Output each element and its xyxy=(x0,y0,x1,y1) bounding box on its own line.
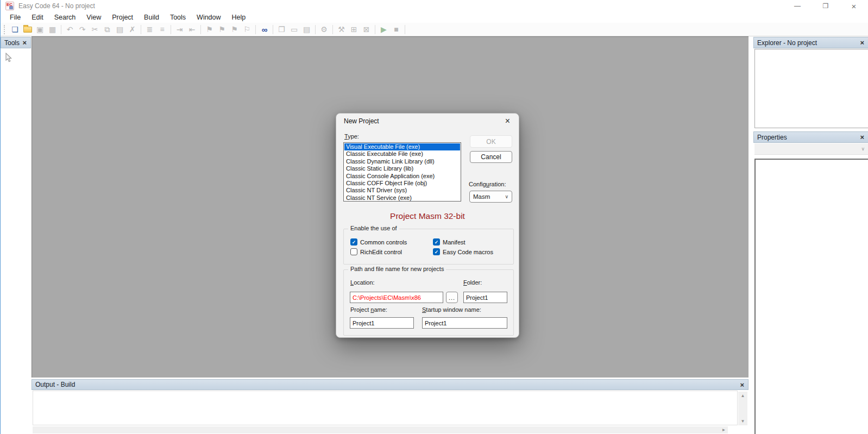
toolbar-grip[interactable] xyxy=(4,25,6,34)
new-window-icon[interactable]: ▭ xyxy=(288,24,300,35)
assemble-icon[interactable]: ⊞ xyxy=(348,24,360,35)
menubar: File Edit Search View Project Build Tool… xyxy=(1,12,868,23)
list-item[interactable]: Classic NT Service (exe) xyxy=(344,194,460,202)
ok-button[interactable]: OK xyxy=(470,135,512,148)
tools-close-icon[interactable]: × xyxy=(22,39,27,46)
bookmark-next-icon[interactable]: ⚑ xyxy=(216,24,228,35)
bookmark-clear-icon[interactable]: ⚐ xyxy=(241,24,253,35)
delete-icon[interactable]: ✗ xyxy=(126,24,139,35)
explorer-tree[interactable] xyxy=(754,49,868,128)
richedit-control-checkbox[interactable]: RichEdit control xyxy=(350,248,402,255)
menu-view[interactable]: View xyxy=(81,12,106,22)
restore-button[interactable]: ❐ xyxy=(812,0,840,12)
save-all-icon[interactable]: ▦ xyxy=(46,24,59,35)
save-icon[interactable]: ▣ xyxy=(34,24,46,35)
new-dialog-icon[interactable]: ❐ xyxy=(275,24,288,35)
output-horizontal-scrollbar[interactable]: ► xyxy=(33,426,728,433)
close-button[interactable]: × xyxy=(840,0,868,12)
checkbox-checked-icon: ✓ xyxy=(350,238,357,246)
list-item[interactable]: Classic NT Driver (sys) xyxy=(344,187,460,194)
bookmark-previous-icon[interactable]: ⚑ xyxy=(228,24,241,35)
output-log[interactable] xyxy=(33,391,738,425)
output-vertical-scrollbar[interactable]: ▲ ▼ xyxy=(738,392,747,425)
build-icon[interactable]: ⚒ xyxy=(335,24,348,35)
list-item[interactable]: Classic Dynamic Link Library (dll) xyxy=(344,158,460,165)
find-icon[interactable]: ∞ xyxy=(258,24,271,35)
browse-button[interactable]: ... xyxy=(446,292,458,303)
minimize-button[interactable]: — xyxy=(783,0,812,12)
menu-project[interactable]: Project xyxy=(106,12,139,22)
copy-icon[interactable]: ⧉ xyxy=(101,24,114,35)
output-panel-title: Output - Build xyxy=(35,381,739,388)
location-input[interactable] xyxy=(350,292,443,303)
folder-label: Folder: xyxy=(463,279,482,286)
comment-block-icon[interactable]: ≣ xyxy=(143,24,156,35)
properties-icon[interactable]: ⚙ xyxy=(318,24,330,35)
checkbox-unchecked-icon xyxy=(350,248,357,255)
new-file-icon[interactable]: ❏ xyxy=(9,24,21,35)
new-document-icon[interactable]: ▤ xyxy=(300,24,313,35)
properties-object-dropdown[interactable]: ∨ xyxy=(754,143,868,155)
dialog-title: New Project xyxy=(344,117,504,125)
chevron-down-icon: ∨ xyxy=(861,146,865,152)
configuration-dropdown[interactable]: Masm ∨ xyxy=(469,191,512,203)
list-item[interactable]: Classic COFF Object File (obj) xyxy=(344,180,460,187)
menu-build[interactable]: Build xyxy=(139,12,165,22)
checkbox-checked-icon: ✓ xyxy=(433,248,440,255)
cancel-button[interactable]: Cancel xyxy=(470,151,512,163)
scroll-down-icon[interactable]: ▼ xyxy=(738,417,747,425)
paste-icon[interactable]: ▤ xyxy=(114,24,126,35)
run-icon[interactable]: ▶ xyxy=(378,24,390,35)
menu-search[interactable]: Search xyxy=(49,12,81,22)
chevron-down-icon: ∨ xyxy=(505,194,508,199)
stop-icon[interactable]: ■ xyxy=(390,24,402,35)
startup-window-name-label: Startup window name: xyxy=(422,306,481,313)
folder-input[interactable] xyxy=(463,292,507,303)
explorer-panel-title: Explorer - No project xyxy=(757,39,859,47)
properties-close-icon[interactable]: × xyxy=(859,134,865,141)
menu-tools[interactable]: Tools xyxy=(165,12,191,22)
properties-grid[interactable] xyxy=(754,159,868,434)
startup-window-name-input[interactable] xyxy=(422,317,507,329)
cut-icon[interactable]: ✂ xyxy=(89,24,101,35)
uncomment-block-icon[interactable]: ≡ xyxy=(156,24,168,35)
dialog-close-icon[interactable]: × xyxy=(504,116,511,126)
list-item[interactable]: Visual Executable File (exe) xyxy=(344,143,460,150)
tools-panel: Tools × xyxy=(1,36,31,434)
menu-help[interactable]: Help xyxy=(227,12,251,22)
scroll-up-icon[interactable]: ▲ xyxy=(738,392,747,400)
explorer-close-icon[interactable]: × xyxy=(859,39,865,46)
link-icon[interactable]: ⊠ xyxy=(360,24,373,35)
window-title: Easy Code 64 - No project xyxy=(18,2,95,10)
cursor-tool-icon[interactable] xyxy=(4,53,14,62)
type-label: Type: xyxy=(344,133,359,140)
list-item[interactable]: Classic Executable File (exe) xyxy=(344,150,460,158)
menu-window[interactable]: Window xyxy=(191,12,226,22)
project-type-listbox: Visual Executable File (exe) Classic Exe… xyxy=(343,142,461,202)
indent-icon[interactable]: ⇥ xyxy=(173,24,186,35)
menu-edit[interactable]: Edit xyxy=(26,12,49,22)
list-item[interactable]: Classic Console Application (exe) xyxy=(344,173,460,180)
output-close-icon[interactable]: × xyxy=(739,381,745,388)
open-project-icon[interactable] xyxy=(21,24,34,35)
bookmark-toggle-icon[interactable]: ⚑ xyxy=(203,24,216,35)
undo-icon[interactable]: ↶ xyxy=(64,24,76,35)
path-group-title: Path and file name for new projects xyxy=(348,266,446,272)
properties-panel-title: Properties xyxy=(757,134,859,141)
checkbox-checked-icon: ✓ xyxy=(433,238,440,246)
project-banner: Project Masm 32-bit xyxy=(336,211,519,221)
project-name-input[interactable] xyxy=(350,317,414,329)
menu-file[interactable]: File xyxy=(4,12,26,22)
configuration-label: Configuration: xyxy=(469,181,506,187)
list-item[interactable]: Classic Static Library (lib) xyxy=(344,165,460,172)
redo-icon[interactable]: ↷ xyxy=(76,24,89,35)
outdent-icon[interactable]: ⇤ xyxy=(186,24,198,35)
project-name-label: Project name: xyxy=(350,306,387,313)
right-panel-column: Explorer - No project × Properties × ∨ xyxy=(751,36,868,434)
app-logo-icon: EC xyxy=(5,2,14,10)
app-window: EC Easy Code 64 - No project — ❐ × File … xyxy=(0,0,868,434)
scroll-right-icon[interactable]: ► xyxy=(720,426,728,433)
manifest-checkbox[interactable]: ✓ Manifest xyxy=(433,238,466,246)
easy-code-macros-checkbox[interactable]: ✓ Easy Code macros xyxy=(433,248,493,255)
common-controls-checkbox[interactable]: ✓ Common controls xyxy=(350,238,407,246)
